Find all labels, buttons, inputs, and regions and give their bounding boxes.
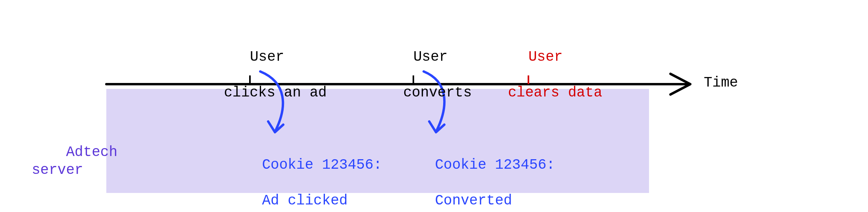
event-clear-line2: clears data [508,85,602,101]
event-click-label: User clicks an ad [190,30,310,119]
event-convert-line2: converts [403,85,472,101]
adtech-server-label-text: Adtech server [32,144,117,178]
event-click-line2: clicks an ad [224,85,326,101]
server-note-click: Cookie 123456: Ad clicked [228,138,382,212]
server-note-convert-line1: Cookie 123456: [435,157,555,173]
event-convert-label: User converts [369,30,458,119]
server-note-click-line2: Ad clicked [262,193,348,209]
axis-label: Time [704,74,738,92]
event-clear-label: User clears data [474,30,583,119]
server-note-convert-line2: Converted [435,193,512,209]
server-note-convert: Cookie 123456: Converted [401,138,555,212]
server-note-click-line1: Cookie 123456: [262,157,382,173]
diagram-stage: Time User clicks an ad User converts Use… [0,0,868,212]
event-convert-line1: User [413,49,447,65]
adtech-server-label: Adtech server [32,125,117,197]
event-click-line1: User [250,49,284,65]
axis-arrowhead [670,74,690,94]
event-clear-line1: User [528,49,563,65]
